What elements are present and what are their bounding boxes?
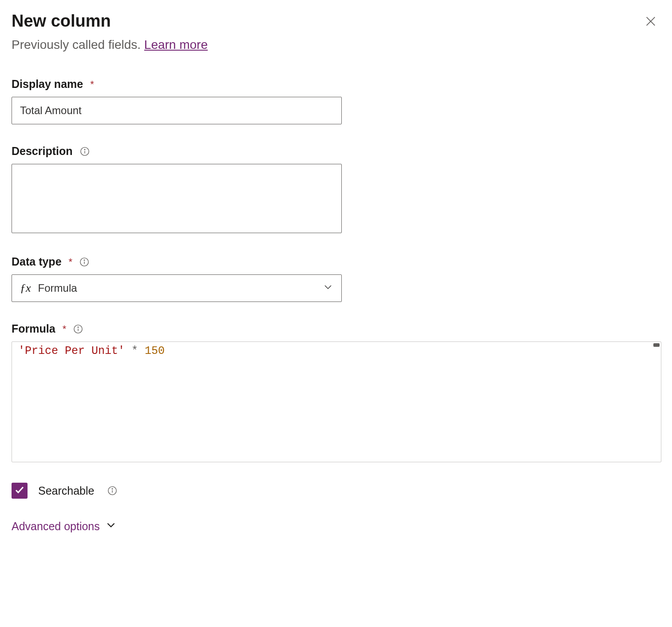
scrollbar[interactable] [653,343,660,347]
searchable-label: Searchable [38,484,94,497]
close-icon [644,15,657,31]
formula-editor[interactable]: 'Price Per Unit' * 150 [12,341,661,462]
required-asterisk: * [90,79,94,90]
advanced-options-label: Advanced options [12,520,100,533]
searchable-checkbox[interactable] [12,483,28,499]
description-input[interactable] [12,164,342,233]
required-asterisk: * [69,256,73,268]
info-icon[interactable] [80,147,90,156]
display-name-label: Display name [12,78,83,91]
description-label: Description [12,145,73,158]
learn-more-link[interactable]: Learn more [144,38,208,52]
info-icon[interactable] [73,324,83,334]
chevron-down-icon [323,282,333,295]
info-icon[interactable] [107,486,117,496]
formula-text: 'Price Per Unit' * 150 [18,345,165,357]
close-button[interactable] [641,12,660,34]
svg-point-7 [84,260,84,260]
fx-icon: ƒx [20,282,31,295]
data-type-label: Data type [12,255,62,268]
chevron-down-icon [105,519,117,533]
info-icon[interactable] [79,257,89,267]
subtitle-prefix: Previously called fields. [12,38,144,52]
display-name-input[interactable] [12,97,342,124]
formula-label: Formula [12,322,55,335]
svg-point-13 [112,488,113,489]
svg-point-4 [84,149,85,150]
svg-point-10 [78,327,78,327]
data-type-select[interactable]: ƒx Formula [12,274,342,302]
advanced-options-toggle[interactable]: Advanced options [12,519,117,533]
data-type-value: Formula [38,282,77,294]
checkmark-icon [14,484,25,497]
panel-title: New column [12,12,111,31]
required-asterisk: * [63,323,67,335]
panel-subtitle: Previously called fields. Learn more [12,38,660,52]
